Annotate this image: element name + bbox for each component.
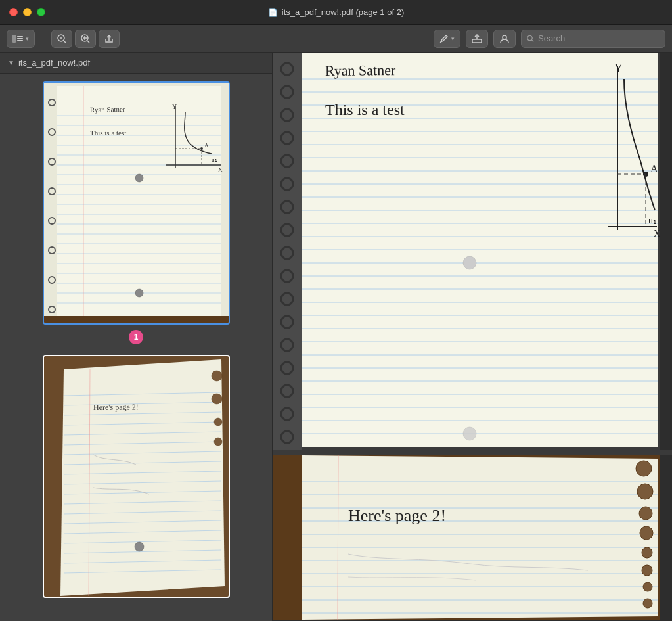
sidebar-chevron: ▼ <box>8 59 14 66</box>
minimize-button[interactable] <box>23 8 32 16</box>
svg-point-15 <box>503 35 506 39</box>
svg-marker-153 <box>302 455 658 620</box>
sidebar: ▼ its_a_pdf_now!.pdf <box>0 53 273 621</box>
svg-point-140 <box>463 427 476 440</box>
content-page-2: Here's page 2! <box>273 455 672 620</box>
toolbar-left: ▾ <box>7 30 35 48</box>
pdf-icon: 📄 <box>268 8 278 17</box>
window-title: 📄 its_a_pdf_now!.pdf (page 1 of 2) <box>268 7 404 17</box>
title-bar: 📄 its_a_pdf_now!.pdf (page 1 of 2) <box>0 0 672 25</box>
svg-point-166 <box>636 461 652 476</box>
page-1-thumbnail: Ryan Satner Y This is a test A <box>43 81 230 325</box>
svg-rect-121 <box>273 53 302 450</box>
contacts-button[interactable] <box>493 30 516 48</box>
toolbar-separator-1 <box>43 32 43 45</box>
sidebar-toggle-button[interactable]: ▾ <box>7 30 35 48</box>
svg-text:u₁: u₁ <box>212 156 217 163</box>
svg-point-170 <box>642 547 652 558</box>
zoom-controls <box>51 30 120 48</box>
svg-point-167 <box>637 484 653 499</box>
svg-line-17 <box>531 39 533 41</box>
content-page-1: Ryan Satner Y This is a test A <box>273 53 672 450</box>
contacts-icon <box>499 34 510 43</box>
close-button[interactable] <box>9 8 18 16</box>
svg-point-51 <box>135 289 143 297</box>
sidebar-icon <box>12 35 23 43</box>
svg-point-86 <box>212 394 222 404</box>
main-layout: ▼ its_a_pdf_now!.pdf <box>0 53 672 621</box>
svg-rect-3 <box>17 40 23 41</box>
svg-marker-64 <box>60 359 225 596</box>
large-page-2-svg: Here's page 2! <box>273 455 660 620</box>
svg-point-172 <box>643 582 652 591</box>
zoom-out-icon <box>57 34 66 43</box>
upload-icon <box>472 34 482 43</box>
svg-point-88 <box>214 438 222 446</box>
chevron-icon: ▾ <box>26 35 29 42</box>
share-icon <box>104 34 114 43</box>
svg-text:This is a test: This is a test <box>325 101 405 118</box>
svg-rect-0 <box>12 35 16 43</box>
search-box <box>521 30 665 48</box>
svg-point-16 <box>527 35 532 40</box>
content-area: Ryan Satner Y This is a test A <box>273 53 672 621</box>
svg-text:This is a test: This is a test <box>90 129 126 137</box>
svg-point-50 <box>135 174 143 182</box>
traffic-lights <box>0 8 45 16</box>
svg-point-139 <box>463 256 476 269</box>
svg-point-169 <box>640 526 653 540</box>
svg-text:Ryan Satner: Ryan Satner <box>89 105 125 114</box>
svg-text:Y: Y <box>172 103 177 110</box>
large-page-1-svg: Ryan Satner Y This is a test A <box>273 53 660 450</box>
svg-point-87 <box>214 418 222 426</box>
page-gap <box>273 450 672 455</box>
svg-rect-2 <box>17 38 23 39</box>
svg-text:Y: Y <box>614 62 623 75</box>
sidebar-header: ▼ its_a_pdf_now!.pdf <box>0 53 272 74</box>
svg-point-168 <box>639 507 652 520</box>
svg-rect-20 <box>57 86 221 316</box>
toolbar-right: ▾ <box>434 30 665 48</box>
upload-button[interactable] <box>466 30 488 48</box>
zoom-out-button[interactable] <box>51 30 72 48</box>
toolbar: ▾ <box>0 25 672 53</box>
page-1-item[interactable]: Ryan Satner Y This is a test A <box>8 81 264 344</box>
svg-text:Ryan Satner: Ryan Satner <box>325 62 396 79</box>
svg-text:X: X <box>218 166 223 173</box>
sidebar-filename: its_a_pdf_now!.pdf <box>18 58 90 68</box>
svg-text:A: A <box>204 142 209 149</box>
page-2-thumbnail: Here's page 2! <box>43 355 230 598</box>
search-input[interactable] <box>538 34 660 43</box>
pages-container: Ryan Satner Y This is a test A <box>0 74 272 606</box>
svg-text:X: X <box>654 229 660 239</box>
page-1-svg: Ryan Satner Y This is a test A <box>44 83 230 325</box>
zoom-in-button[interactable] <box>75 30 96 48</box>
svg-text:Here's page 2!: Here's page 2! <box>93 402 138 412</box>
svg-point-173 <box>643 599 652 608</box>
page-1-badge: 1 <box>129 330 143 344</box>
svg-line-10 <box>87 41 89 43</box>
svg-text:u₁: u₁ <box>648 216 657 225</box>
svg-text:A: A <box>650 163 658 174</box>
svg-point-85 <box>212 371 222 381</box>
svg-rect-1 <box>17 36 23 37</box>
svg-point-89 <box>135 542 144 551</box>
maximize-button[interactable] <box>37 8 45 16</box>
title-text: its_a_pdf_now!.pdf (page 1 of 2) <box>282 7 404 17</box>
svg-rect-13 <box>472 39 482 43</box>
page-2-svg: Here's page 2! <box>44 356 230 598</box>
markup-dropdown-icon: ▾ <box>451 35 455 42</box>
svg-rect-19 <box>44 316 230 325</box>
zoom-in-icon <box>81 34 90 43</box>
page-2-item[interactable]: Here's page 2! <box>8 355 264 598</box>
search-icon <box>527 35 534 43</box>
svg-point-171 <box>642 565 652 576</box>
markup-button[interactable]: ▾ <box>434 30 460 48</box>
svg-line-6 <box>64 41 66 43</box>
pen-icon <box>439 34 449 43</box>
share-button[interactable] <box>99 30 120 48</box>
svg-text:Here's page 2!: Here's page 2! <box>348 506 446 525</box>
